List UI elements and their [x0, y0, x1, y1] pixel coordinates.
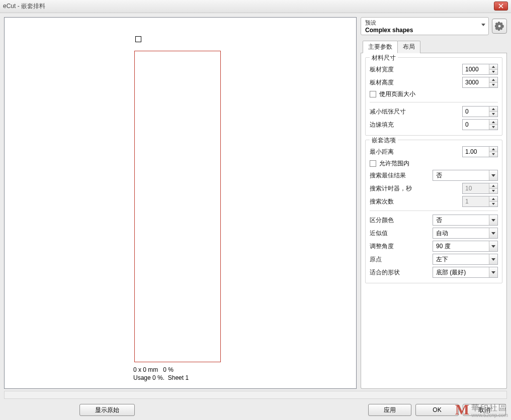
- edge-fill-label: 边缘填充: [370, 121, 428, 129]
- preset-label: 预设: [365, 19, 477, 27]
- spinner-up-icon[interactable]: [489, 64, 497, 70]
- sheet-width-input[interactable]: [463, 64, 489, 74]
- side-panel: 预设 Complex shapes 主要参数 布局 材料尺寸 板材宽度: [361, 17, 507, 389]
- fit-shape-label: 适合的形状: [370, 268, 428, 277]
- shape-marker: [135, 36, 141, 42]
- settings-button[interactable]: [492, 19, 507, 34]
- sheet-outline: [134, 51, 221, 362]
- diff-color-combo[interactable]: 否: [433, 215, 498, 226]
- approx-label: 近似值: [370, 229, 428, 238]
- group-nesting-title: 嵌套选项: [370, 136, 398, 145]
- gear-icon: [495, 22, 504, 31]
- search-count-label: 搜索次数: [370, 197, 428, 206]
- sheet-height-label: 板材高度: [370, 78, 428, 87]
- window-title: eCut - 嵌套排料: [3, 2, 45, 11]
- timer-input[interactable]: [463, 183, 489, 193]
- angle-combo[interactable]: 90 度: [433, 241, 498, 252]
- angle-label: 调整角度: [370, 242, 428, 251]
- edge-fill-input[interactable]: [463, 120, 489, 130]
- tabstrip: 主要参数 布局: [361, 40, 507, 53]
- timer-spinner[interactable]: [462, 183, 498, 194]
- close-icon: [498, 4, 503, 9]
- origin-combo[interactable]: 左下: [433, 254, 498, 265]
- ok-button[interactable]: OK: [415, 404, 459, 416]
- search-count-input[interactable]: [463, 196, 489, 206]
- search-best-combo[interactable]: 否: [433, 170, 498, 181]
- edge-fill-spinner[interactable]: [462, 119, 498, 130]
- reduce-paper-input[interactable]: [463, 107, 489, 117]
- preset-combo[interactable]: 预设 Complex shapes: [361, 17, 489, 35]
- sheet-height-input[interactable]: [463, 77, 489, 87]
- reduce-paper-spinner[interactable]: [462, 106, 498, 117]
- min-distance-label: 最小距离: [370, 148, 428, 156]
- tab-body: 材料尺寸 板材宽度 板材高度: [361, 53, 507, 389]
- sheet-width-spinner[interactable]: [462, 64, 498, 75]
- button-bar: 显示原始 应用 OK 取消: [0, 400, 511, 420]
- min-distance-input[interactable]: [463, 147, 489, 157]
- group-material: 材料尺寸 板材宽度 板材高度: [365, 57, 502, 136]
- horizontal-scrollbar[interactable]: [4, 391, 507, 399]
- reduce-paper-label: 减小纸张尺寸: [370, 108, 428, 116]
- search-best-label: 搜索最佳结果: [370, 171, 428, 180]
- cancel-button[interactable]: 取消: [463, 404, 506, 416]
- chevron-down-icon: [481, 24, 485, 26]
- group-nesting: 嵌套选项 最小距离 允许范围内 搜索最佳结果 否: [365, 140, 502, 283]
- use-page-size-label: 使用页面大小: [379, 90, 415, 98]
- timer-label: 搜索计时器，秒: [370, 184, 428, 193]
- sheet-height-spinner[interactable]: [462, 77, 498, 88]
- diff-color-label: 区分颜色: [370, 216, 428, 225]
- origin-label: 原点: [370, 255, 428, 264]
- chevron-down-icon[interactable]: [489, 170, 497, 180]
- preview-panel: 0 x 0 mm 0 % Usage 0 %. Sheet 1: [4, 17, 357, 389]
- sheet-width-label: 板材宽度: [370, 65, 428, 74]
- spinner-down-icon[interactable]: [489, 70, 497, 75]
- tab-layout[interactable]: 布局: [397, 41, 420, 53]
- preview-info: 0 x 0 mm 0 % Usage 0 %. Sheet 1: [133, 366, 189, 383]
- titlebar: eCut - 嵌套排料: [0, 0, 511, 13]
- use-page-size-checkbox[interactable]: [370, 91, 376, 97]
- apply-button[interactable]: 应用: [368, 404, 411, 416]
- allow-inside-checkbox[interactable]: [370, 160, 376, 167]
- tab-main[interactable]: 主要参数: [363, 41, 398, 53]
- fit-shape-combo[interactable]: 底部 (最好): [433, 267, 498, 278]
- approx-combo[interactable]: 自动: [433, 228, 498, 239]
- show-original-button[interactable]: 显示原始: [79, 404, 135, 416]
- allow-inside-label: 允许范围内: [379, 159, 409, 168]
- min-distance-spinner[interactable]: [462, 146, 498, 157]
- preset-value: Complex shapes: [365, 27, 477, 34]
- group-material-title: 材料尺寸: [370, 54, 398, 62]
- search-count-spinner[interactable]: [462, 196, 498, 207]
- close-button[interactable]: [494, 2, 508, 11]
